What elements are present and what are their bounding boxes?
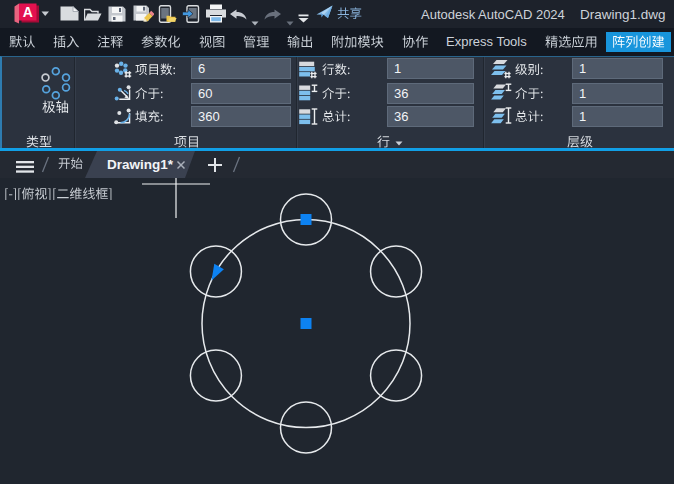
share-label[interactable]: 共享 xyxy=(337,0,362,28)
item-fill-input[interactable]: 360 xyxy=(191,106,291,127)
ribbon-tab-manage[interactable]: 管理 xyxy=(234,32,278,52)
tab-separator xyxy=(232,156,241,173)
row-count-icon xyxy=(298,60,318,84)
plot-icon[interactable] xyxy=(205,4,227,27)
angle-between-items-icon xyxy=(112,83,133,108)
item-between-input[interactable]: 60 xyxy=(191,83,291,104)
new-file-icon[interactable] xyxy=(60,6,79,25)
autocad-logo-button[interactable]: A xyxy=(14,3,50,29)
level-spacing-input[interactable]: 1 xyxy=(572,83,663,104)
level-total-label: 总计: xyxy=(515,109,543,125)
fill-angle-icon xyxy=(112,106,133,131)
row-spacing-input[interactable]: 36 xyxy=(387,83,474,104)
item-count-label: 项目数: xyxy=(135,62,176,78)
redo-icon[interactable] xyxy=(263,7,282,25)
item-count-input[interactable]: 6 xyxy=(191,58,291,79)
level-count-label: 级别: xyxy=(515,62,543,78)
level-count-input[interactable]: 1 xyxy=(572,58,663,79)
close-tab-icon[interactable] xyxy=(176,160,186,170)
level-spacing-label: 介于: xyxy=(515,86,543,102)
svg-text:A: A xyxy=(23,4,33,20)
save-as-icon[interactable] xyxy=(133,5,154,27)
viewport-minus-control[interactable]: [-] xyxy=(4,186,17,201)
drawing-canvas[interactable]: [-][俯视][二维线框] xyxy=(0,178,674,484)
row-spacing-icon xyxy=(298,84,318,108)
row-spacing-label: 介于: xyxy=(322,86,350,102)
file-tab-menu-icon[interactable] xyxy=(16,159,34,177)
share-icon[interactable] xyxy=(316,5,333,26)
array-type-polar-button[interactable]: 极轴 xyxy=(36,59,74,119)
save-to-mobile-icon[interactable] xyxy=(182,5,200,27)
tab-separator xyxy=(41,156,50,173)
ribbon-tab-collaborate[interactable]: 协作 xyxy=(393,32,437,52)
ribbon-tab-view[interactable]: 视图 xyxy=(190,32,234,52)
autocad-window: { "window_title": { "app": "Autodesk Aut… xyxy=(0,0,674,484)
ribbon-tab-express-tools[interactable]: Express Tools xyxy=(437,32,535,52)
ribbon-tab-bar: 默认 插入 注释 参数化 视图 管理 输出 附加模块 协作 Express To… xyxy=(0,28,674,56)
save-icon[interactable] xyxy=(108,6,126,26)
open-from-mobile-icon[interactable] xyxy=(158,5,177,27)
file-tab-bar: 开始 Drawing1* xyxy=(0,151,674,178)
ribbon-tab-array-creation[interactable]: 阵列创建 xyxy=(606,32,671,52)
array-geometry xyxy=(0,178,674,484)
viewport-view-control[interactable]: [俯视] xyxy=(17,186,52,201)
drawing1-tab[interactable]: Drawing1* xyxy=(85,151,195,178)
ribbon-tab-parametric[interactable]: 参数化 xyxy=(133,32,190,52)
ribbon-tab-featured-apps[interactable]: 精选应用 xyxy=(536,32,607,52)
item-count-icon xyxy=(112,59,133,84)
new-tab-icon[interactable] xyxy=(207,157,223,173)
app-title: Autodesk AutoCAD 2024 xyxy=(421,0,565,28)
ribbon-tab-output[interactable]: 输出 xyxy=(278,32,322,52)
level-count-icon xyxy=(489,59,513,84)
row-total-input[interactable]: 36 xyxy=(387,106,474,127)
rows-panel-dropdown-icon xyxy=(395,141,403,146)
level-spacing-icon xyxy=(489,83,513,108)
item-fill-label: 填充: xyxy=(135,109,163,125)
item-between-label: 介于: xyxy=(135,86,163,102)
row-count-label: 行数: xyxy=(322,62,350,78)
level-total-input[interactable]: 1 xyxy=(572,106,663,127)
customize-quick-access-icon[interactable] xyxy=(298,9,309,27)
ribbon-tab-default[interactable]: 默认 xyxy=(0,32,44,52)
doc-title: Drawing1.dwg xyxy=(580,0,666,28)
row-count-input[interactable]: 1 xyxy=(387,58,474,79)
start-tab[interactable]: 开始 xyxy=(58,151,83,178)
viewport-visual-style-control[interactable]: [二维线框] xyxy=(52,186,113,201)
ribbon-tab-insert[interactable]: 插入 xyxy=(44,32,88,52)
title-bar: A xyxy=(0,0,674,28)
polar-button-label: 极轴 xyxy=(36,100,74,115)
undo-icon[interactable] xyxy=(229,7,248,25)
ribbon-tab-annotate[interactable]: 注释 xyxy=(88,32,132,52)
polar-array-icon xyxy=(39,66,71,104)
drawing1-tab-label: Drawing1* xyxy=(107,151,173,178)
ribbon-panel-area: 极轴 类型 xyxy=(0,56,674,151)
ribbon-tab-addins[interactable]: 附加模块 xyxy=(322,32,393,52)
row-total-icon xyxy=(298,107,318,131)
viewport-controls: [-][俯视][二维线框] xyxy=(4,186,113,201)
level-total-icon xyxy=(489,106,513,131)
app-menu-arrow-icon xyxy=(42,12,50,17)
row-total-label: 总计: xyxy=(322,109,350,125)
open-file-icon[interactable] xyxy=(84,7,102,25)
